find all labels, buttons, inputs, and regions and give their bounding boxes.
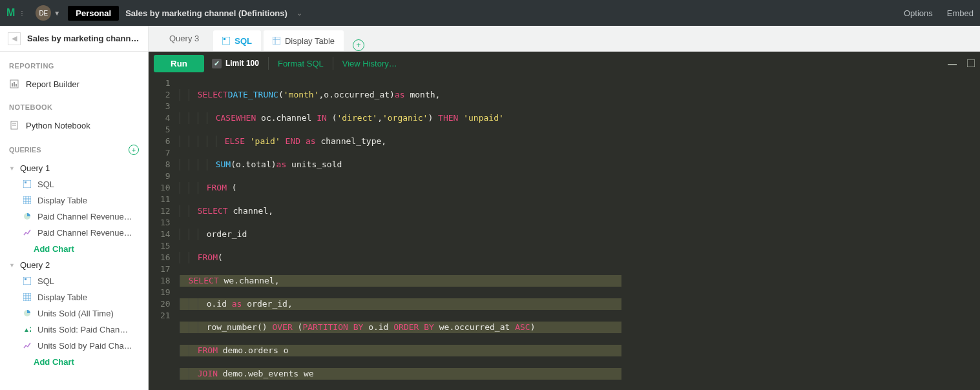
tree-label: Display Table: [37, 196, 87, 205]
content-area: Query 3 SQL Display Table + Run ✓Limit 1…: [149, 26, 980, 390]
logo-icon[interactable]: M: [6, 7, 15, 19]
notebook-icon: [9, 120, 19, 130]
tab-sql[interactable]: SQL: [213, 30, 261, 51]
tree-leaf-chart[interactable]: Units Sold by Paid Cha…: [0, 338, 148, 354]
back-button[interactable]: ◀: [8, 32, 21, 45]
svg-rect-3: [16, 84, 17, 87]
view-history-link[interactable]: View History…: [342, 59, 397, 68]
tree-leaf-sql[interactable]: SQL: [0, 176, 148, 192]
svg-rect-30: [967, 59, 975, 67]
tree-label: Query 1: [20, 163, 50, 173]
limit-label: Limit 100: [225, 59, 259, 68]
svg-rect-17: [23, 293, 31, 301]
tree-label: Display Table: [37, 292, 87, 302]
tree-leaf-chart[interactable]: Units Sold (All Time): [0, 305, 148, 322]
add-query-button[interactable]: +: [129, 145, 139, 155]
tree-label: SQL: [37, 276, 54, 286]
tree-leaf-chart[interactable]: Paid Channel Revenue…: [0, 225, 148, 241]
line-chart-icon: [23, 342, 32, 351]
section-header-reporting: REPORTING: [0, 52, 148, 75]
space-badge[interactable]: Personal: [68, 6, 119, 21]
sql-icon: [23, 180, 32, 189]
table-icon: [23, 196, 32, 205]
tree-leaf-sql[interactable]: SQL: [0, 273, 148, 289]
tree-label: Units Sold (All Time): [37, 309, 114, 318]
user-caret-icon[interactable]: ▼: [54, 10, 60, 17]
tab-label: SQL: [235, 36, 252, 46]
pie-chart-icon: [23, 212, 32, 221]
svg-rect-2: [14, 82, 15, 87]
sidebar-label: Report Builder: [26, 79, 79, 89]
tab-label: Display Table: [285, 36, 335, 46]
separator: [268, 57, 269, 70]
add-chart-button[interactable]: Add Chart: [0, 241, 148, 257]
tree-label: SQL: [37, 180, 54, 189]
run-button[interactable]: Run: [154, 55, 204, 72]
limit-checkbox[interactable]: ✓Limit 100: [212, 59, 259, 68]
add-tab-button[interactable]: +: [353, 39, 364, 51]
tree-leaf-chart[interactable]: Paid Channel Revenue…: [0, 209, 148, 225]
tree-leaf-display-table[interactable]: Display Table: [0, 289, 148, 305]
sidebar-item-report-builder[interactable]: Report Builder: [0, 75, 148, 93]
editor-toolbar: Run ✓Limit 100 Format SQL View History…: [149, 52, 980, 75]
options-link[interactable]: Options: [904, 8, 933, 18]
tree-label: Query 2: [20, 260, 50, 270]
sql-icon: [23, 277, 32, 286]
svg-rect-1: [12, 83, 13, 87]
svg-rect-16: [25, 278, 26, 280]
svg-rect-24: [222, 37, 230, 45]
tree-leaf-chart[interactable]: ▲2Units Sold: Paid Chan…: [0, 322, 148, 338]
tree-label: Paid Channel Revenue…: [37, 212, 132, 221]
section-header-queries: QUERIES +: [0, 134, 148, 160]
logo-menu-icon[interactable]: ⋮: [19, 10, 26, 17]
line-chart-icon: [23, 229, 32, 238]
svg-rect-8: [25, 181, 26, 183]
big-number-icon: ▲2: [23, 325, 32, 334]
topbar: M ⋮ DE ▼ Personal Sales by marketing cha…: [0, 0, 980, 26]
query-tab-label[interactable]: Query 3: [158, 25, 211, 51]
tree-group-query1[interactable]: ▼Query 1: [0, 160, 148, 176]
tree-label: Units Sold: Paid Chan…: [37, 325, 128, 334]
query-tree: ▼Query 1 SQL Display Table Paid Channel …: [0, 160, 148, 370]
svg-rect-26: [273, 37, 280, 45]
svg-rect-7: [23, 180, 31, 188]
svg-rect-25: [224, 38, 225, 40]
tree-leaf-display-table[interactable]: Display Table: [0, 192, 148, 209]
gutter: 123456789101112131415161718192021: [149, 75, 177, 390]
report-builder-icon: [9, 79, 19, 89]
report-title[interactable]: Sales by marketing channel (Definitions): [125, 8, 287, 18]
svg-rect-15: [23, 277, 31, 285]
chevron-down-icon: ▼: [9, 165, 15, 172]
table-icon: [273, 37, 280, 45]
breadcrumb: ◀ Sales by marketing chann…: [0, 26, 148, 52]
embed-link[interactable]: Embed: [947, 8, 974, 18]
breadcrumb-label: Sales by marketing chann…: [27, 34, 139, 43]
avatar[interactable]: DE: [36, 5, 51, 21]
section-header-notebook: NOTEBOOK: [0, 93, 148, 116]
editor-tabs: Query 3 SQL Display Table +: [149, 26, 980, 52]
sql-icon: [222, 37, 230, 45]
format-sql-link[interactable]: Format SQL: [278, 59, 324, 68]
separator: [333, 57, 333, 70]
maximize-icon[interactable]: [967, 59, 975, 67]
tree-label: Units Sold by Paid Cha…: [37, 341, 132, 351]
svg-text:▲2: ▲2: [23, 326, 31, 333]
tab-display-table[interactable]: Display Table: [264, 30, 344, 51]
svg-rect-9: [23, 196, 31, 204]
queries-label: QUERIES: [9, 146, 41, 154]
code-content[interactable]: SELECT DATE_TRUNC('month',o.occurred_at)…: [177, 75, 621, 390]
checkbox-icon: ✓: [212, 59, 222, 68]
pie-chart-icon: [23, 309, 32, 318]
minimize-icon[interactable]: [948, 60, 957, 67]
report-caret-icon[interactable]: ⌄: [297, 9, 302, 17]
chevron-down-icon: ▼: [9, 262, 15, 269]
tree-label: Paid Channel Revenue…: [37, 228, 132, 238]
sidebar: ◀ Sales by marketing chann… REPORTING Re…: [0, 26, 149, 390]
sidebar-item-python-notebook[interactable]: Python Notebook: [0, 116, 148, 134]
tree-group-query2[interactable]: ▼Query 2: [0, 257, 148, 273]
add-chart-button[interactable]: Add Chart: [0, 354, 148, 370]
code-editor[interactable]: 123456789101112131415161718192021 SELECT…: [149, 75, 980, 390]
sidebar-label: Python Notebook: [26, 121, 90, 130]
table-icon: [23, 293, 32, 302]
svg-rect-29: [948, 64, 957, 65]
